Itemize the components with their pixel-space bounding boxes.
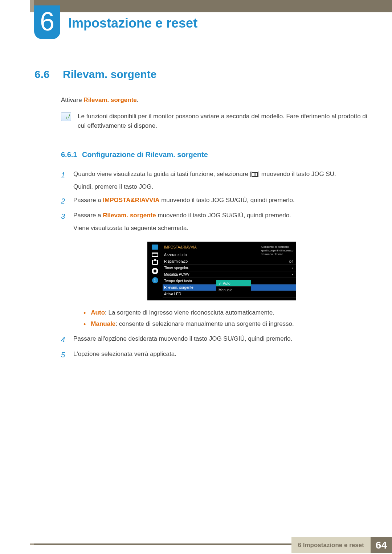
osd-label: Rilevam. sorgente xyxy=(164,285,193,291)
step-2-a: Passare a xyxy=(73,197,103,204)
display-icon xyxy=(152,245,158,250)
step-3: 3 Passare a Rilevam. sorgente muovendo i… xyxy=(61,210,370,330)
bullet-auto: • Auto: La sorgente di ingresso viene ri… xyxy=(83,308,370,319)
bullet-text: : La sorgente di ingresso viene riconosc… xyxy=(105,309,274,316)
subsection-title: Configurazione di Rilevam. sorgente xyxy=(82,151,208,159)
footer: 6 Impostazione e reset 64 xyxy=(0,539,392,554)
timer-icon xyxy=(152,260,158,265)
step-4: 4 Passare all'opzione desiderata muovend… xyxy=(61,334,370,345)
step-1-a: Quando viene visualizzata la guida ai ta… xyxy=(73,171,252,177)
page-number: 64 xyxy=(371,537,392,553)
step-number: 4 xyxy=(61,334,67,345)
option-bullets: • Auto: La sorgente di ingresso viene ri… xyxy=(83,308,370,330)
osd-sidebar: i xyxy=(147,242,163,300)
step-body: Quando viene visualizzata la guida ai ta… xyxy=(73,169,370,192)
osd-label: Attiva LED xyxy=(164,291,181,297)
step-2-emph: IMPOSTA&RIAVVIA xyxy=(103,197,159,204)
osd-popup-option-selected: Auto xyxy=(216,280,251,287)
chevron-right-icon: ▸ xyxy=(292,266,293,271)
chevron-right-icon: ▸ xyxy=(292,272,293,277)
footer-chapter-title: 6 Impostazione e reset xyxy=(291,537,371,553)
step-body: Passare a Rilevam. sorgente muovendo il … xyxy=(73,210,370,330)
step-3-a: Passare a xyxy=(73,212,103,219)
note-icon xyxy=(61,112,71,121)
osd-screenshot: i IMPOSTA&RIAVVIA Azzerare tutto Risparm… xyxy=(147,242,296,300)
step-5: 5 L'opzione selezionata verrà applicata. xyxy=(61,349,370,361)
osd-label: Modalità PC/AV xyxy=(164,272,189,278)
step-body: Passare a IMPOSTA&RIAVVIA muovendo il ta… xyxy=(73,195,370,207)
steps-list: 1 Quando viene visualizzata la guida ai … xyxy=(61,169,370,361)
image-icon xyxy=(152,253,158,257)
content: 6.6 Rilevam. sorgente Attivare Rilevam. … xyxy=(34,68,370,364)
osd-label: Timer spegnim. xyxy=(164,265,189,271)
subsection-heading: 6.6.1 Configurazione di Rilevam. sorgent… xyxy=(61,151,370,159)
gear-icon xyxy=(152,268,158,274)
step-3-emph: Rilevam. sorgente xyxy=(103,212,156,219)
osd-popup: Auto Manuale xyxy=(216,280,251,293)
osd-label: Azzerare tutto xyxy=(164,252,187,258)
step-3-c: Viene visualizzata la seguente schermata… xyxy=(73,223,370,233)
osd-value: Off xyxy=(289,259,293,264)
step-2: 2 Passare a IMPOSTA&RIAVVIA muovendo il … xyxy=(61,195,370,207)
step-number: 1 xyxy=(61,169,67,192)
osd-row: Modalità PC/AV▸ xyxy=(163,271,296,278)
step-body: L'opzione selezionata verrà applicata. xyxy=(73,349,370,361)
osd-popup-option: Manuale xyxy=(216,287,251,293)
note-block: Le funzioni disponibili per il monitor p… xyxy=(61,112,370,131)
bullet-emph: Auto xyxy=(91,309,105,316)
step-3-b: muovendo il tasto JOG SU/GIÙ, quindi pre… xyxy=(156,212,291,219)
osd-label: Tempo ripet tasto xyxy=(164,278,192,284)
menu-icon xyxy=(252,172,258,177)
chapter-number-badge: 6 xyxy=(34,5,60,39)
osd-label: Risparmio Eco xyxy=(164,259,188,264)
step-body: Passare all'opzione desiderata muovendo … xyxy=(73,334,370,345)
osd-row: Timer spegnim.▸ xyxy=(163,265,296,271)
step-1: 1 Quando viene visualizzata la guida ai … xyxy=(61,169,370,192)
section-title: Rilevam. sorgente xyxy=(63,68,156,81)
header-bar xyxy=(30,0,392,12)
bullet-text: : consente di selezionare manualmente un… xyxy=(115,320,294,327)
intro-emphasis: Rilevam. sorgente xyxy=(83,97,136,103)
footer-bar-accent xyxy=(30,543,34,545)
subsection-number: 6.6.1 xyxy=(61,151,77,159)
header-bar-accent xyxy=(30,0,34,12)
step-number: 3 xyxy=(61,210,67,330)
intro-suffix: . xyxy=(137,97,139,103)
step-1-c: Quindi, premere il tasto JOG. xyxy=(73,182,370,192)
section-number: 6.6 xyxy=(34,68,53,81)
step-2-b: muovendo il tasto JOG SU/GIÙ, quindi pre… xyxy=(159,197,294,204)
intro-prefix: Attivare xyxy=(61,97,83,103)
bullet-manuale: • Manuale: consente di selezionare manua… xyxy=(83,319,370,330)
bullet-emph: Manuale xyxy=(91,320,115,327)
chapter-title: Impostazione e reset xyxy=(68,16,197,31)
note-text: Le funzioni disponibili per il monitor p… xyxy=(78,112,370,131)
intro-line: Attivare Rilevam. sorgente. xyxy=(61,97,370,104)
osd-row: Risparmio EcoOff xyxy=(163,258,296,265)
bullet-icon: • xyxy=(83,308,86,319)
info-icon: i xyxy=(152,277,158,283)
footer-right: 6 Impostazione e reset 64 xyxy=(291,537,392,554)
chapter-number: 6 xyxy=(40,8,54,34)
step-number: 5 xyxy=(61,349,67,361)
bullet-icon: • xyxy=(83,319,86,330)
osd-description: Consente di decidere quali sorgenti di i… xyxy=(261,245,294,256)
step-number: 2 xyxy=(61,195,67,207)
section-heading: 6.6 Rilevam. sorgente xyxy=(34,68,370,81)
step-1-b: ] muovendo il tasto JOG SU. xyxy=(258,171,336,177)
